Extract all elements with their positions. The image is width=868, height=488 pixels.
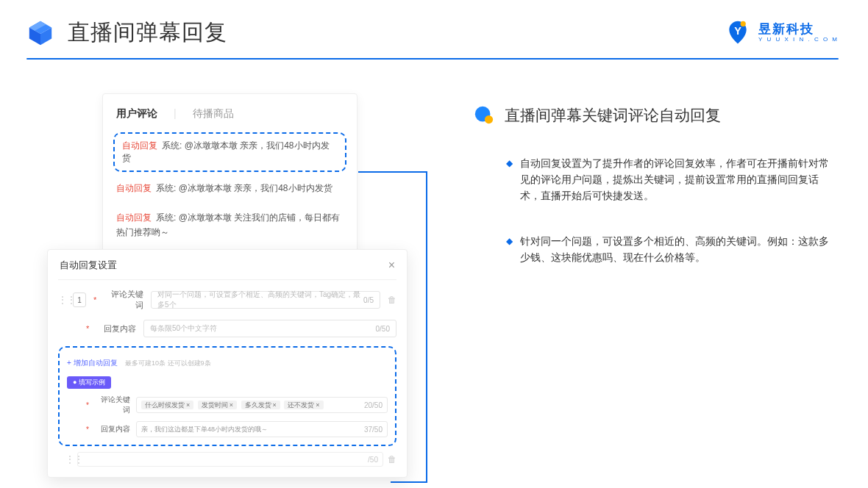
delete-icon: 🗑 <box>388 454 396 464</box>
content-label: 回复内容 <box>98 323 136 334</box>
svg-text:Y: Y <box>734 24 741 36</box>
char-count: 20/50 <box>364 401 383 409</box>
blob-icon <box>474 105 494 126</box>
page-title: 直播间弹幕回复 <box>68 18 227 48</box>
content: 用户评论 | 待播商品 自动回复系统: @冰墩墩本墩 亲亲，我们48小时内发货 … <box>0 60 868 478</box>
header: 直播间弹幕回复 Y 昱新科技 Y U U X I N . C O M <box>0 0 868 48</box>
tab-pending-goods[interactable]: 待播商品 <box>193 107 234 121</box>
ghost-count: /50 <box>368 456 378 464</box>
example-badge: ● 填写示例 <box>67 376 111 389</box>
list-item: 自动回复系统: @冰墩墩本墩 关注我们的店铺，每日都有热门推荐哟～ <box>116 203 344 247</box>
chip[interactable]: 发货时间× <box>198 401 237 409</box>
logo-cn: 昱新科技 <box>758 23 839 35</box>
example-block: + 增加自动回复 最多可建10条 还可以创建9条 ● 填写示例 * 评论关键词 … <box>58 346 396 446</box>
add-reply-link[interactable]: + 增加自动回复 <box>67 359 118 367</box>
svg-point-5 <box>741 21 746 26</box>
right-column: 直播间弹幕关键词评论自动回复 ◆ 自动回复设置为了提升作者的评论回复效率，作者可… <box>474 93 839 478</box>
placeholder: 对同一个问题，可设置多个相近、高频的关键词，Tag确定，最多5个 <box>157 290 363 310</box>
row-number: 1 <box>73 293 86 307</box>
add-reply-row: + 增加自动回复 最多可建10条 还可以创建9条 <box>67 355 388 368</box>
connector-line <box>391 481 427 483</box>
brand: Y 昱新科技 Y U U X I N . C O M <box>725 20 839 46</box>
comments-card: 用户评论 | 待播商品 自动回复系统: @冰墩墩本墩 亲亲，我们48小时内发货 … <box>102 93 357 252</box>
comment-text: 系统: @冰墩墩本墩 亲亲，我们48小时内发货 <box>156 183 332 193</box>
example-keyword-row: * 评论关键词 什么时候发货× 发货时间× 多久发货× 还不发货× 20/50 <box>67 395 388 415</box>
close-icon[interactable]: × <box>388 259 395 272</box>
bullet-item: ◆ 自动回复设置为了提升作者的评论回复效率，作者可在开播前针对常见的评论用户问题… <box>474 155 839 204</box>
add-hint: 最多可建10条 还可以创建9条 <box>125 359 211 367</box>
section-title: 直播间弹幕关键词评论自动回复 <box>505 105 721 126</box>
chip[interactable]: 什么时候发货× <box>141 401 193 409</box>
required-marker: * <box>86 401 90 409</box>
section-head: 直播间弹幕关键词评论自动回复 <box>474 105 839 126</box>
required-marker: * <box>86 324 90 333</box>
ghost-input: /50 <box>77 452 383 467</box>
example-content-value: 亲，我们这边都是下单48小时内发货的哦～ <box>141 425 268 434</box>
highlighted-comment: 自动回复系统: @冰墩墩本墩 亲亲，我们48小时内发货 <box>113 132 346 172</box>
placeholder: 每条限50个中文字符 <box>150 323 217 334</box>
diamond-icon: ◆ <box>506 233 513 249</box>
connector-line <box>426 171 427 483</box>
drag-icon[interactable]: ⋮⋮ <box>58 295 65 305</box>
tabs: 用户评论 | 待播商品 <box>116 107 344 121</box>
keyword-input[interactable]: 对同一个问题，可设置多个相近、高频的关键词，Tag确定，最多5个 0/5 <box>151 291 380 309</box>
svg-point-7 <box>485 115 493 123</box>
drag-icon: ⋮⋮ <box>65 454 73 464</box>
example-content-input[interactable]: 亲，我们这边都是下单48小时内发货的哦～ 37/50 <box>136 421 388 437</box>
comment-list: 自动回复系统: @冰墩墩本墩 亲亲，我们48小时内发货 自动回复系统: @冰墩墩… <box>116 132 344 247</box>
keyword-label: 评论关键词 <box>105 289 143 311</box>
bullet-text: 针对同一个问题，可设置多个相近的、高频的关键词。例如：这款多少钱、这块能优惠吗、… <box>520 233 839 265</box>
example-tag-row: ● 填写示例 <box>67 374 388 389</box>
bullet-item: ◆ 针对同一个问题，可设置多个相近的、高频的关键词。例如：这款多少钱、这块能优惠… <box>474 233 839 265</box>
content-row: * 回复内容 每条限50个中文字符 0/50 <box>86 320 396 337</box>
auto-reply-tag: 自动回复 <box>122 140 157 151</box>
header-left: 直播间弹幕回复 <box>26 18 227 48</box>
tab-user-comments[interactable]: 用户评论 <box>116 107 157 121</box>
chip[interactable]: 多久发货× <box>241 401 280 409</box>
diamond-icon: ◆ <box>506 155 513 171</box>
delete-icon[interactable]: 🗑 <box>388 295 396 305</box>
left-column: 用户评论 | 待播商品 自动回复系统: @冰墩墩本墩 亲亲，我们48小时内发货 … <box>47 93 430 478</box>
example-kw-label: 评论关键词 <box>96 395 130 415</box>
char-count: 0/5 <box>363 296 374 304</box>
auto-reply-tag: 自动回复 <box>116 183 152 193</box>
char-count: 37/50 <box>364 426 383 434</box>
cube-icon <box>26 19 54 47</box>
logo-en: Y U U X I N . C O M <box>758 37 839 43</box>
keyword-row: ⋮⋮ 1 * 评论关键词 对同一个问题，可设置多个相近、高频的关键词，Tag确定… <box>58 289 396 311</box>
example-content-row: * 回复内容 亲，我们这边都是下单48小时内发货的哦～ 37/50 <box>67 421 388 437</box>
connector-line <box>358 171 427 173</box>
logo-icon: Y <box>725 20 751 46</box>
tab-divider: | <box>174 107 177 121</box>
chips: 什么时候发货× 发货时间× 多久发货× 还不发货× <box>141 401 326 410</box>
logo-text: 昱新科技 Y U U X I N . C O M <box>758 23 839 43</box>
settings-title: 自动回复设置 <box>60 259 117 272</box>
bullet-text: 自动回复设置为了提升作者的评论回复效率，作者可在开播前针对常见的评论用户问题，提… <box>520 155 839 204</box>
required-marker: * <box>93 295 98 304</box>
settings-header: 自动回复设置 × <box>58 259 396 280</box>
list-item: 自动回复系统: @冰墩墩本墩 亲亲，我们48小时内发货 <box>116 173 344 203</box>
auto-reply-tag: 自动回复 <box>116 212 152 223</box>
required-marker: * <box>86 426 90 434</box>
chip[interactable]: 还不发货× <box>284 401 323 409</box>
ghost-row: ⋮⋮ /50 🗑 <box>58 452 396 467</box>
char-count: 0/50 <box>376 325 390 333</box>
example-kw-input[interactable]: 什么时候发货× 发货时间× 多久发货× 还不发货× 20/50 <box>136 397 388 413</box>
example-content-label: 回复内容 <box>96 424 130 434</box>
content-input[interactable]: 每条限50个中文字符 0/50 <box>143 320 396 337</box>
settings-card: 自动回复设置 × ⋮⋮ 1 * 评论关键词 对同一个问题，可设置多个相近、高频的… <box>47 249 408 478</box>
